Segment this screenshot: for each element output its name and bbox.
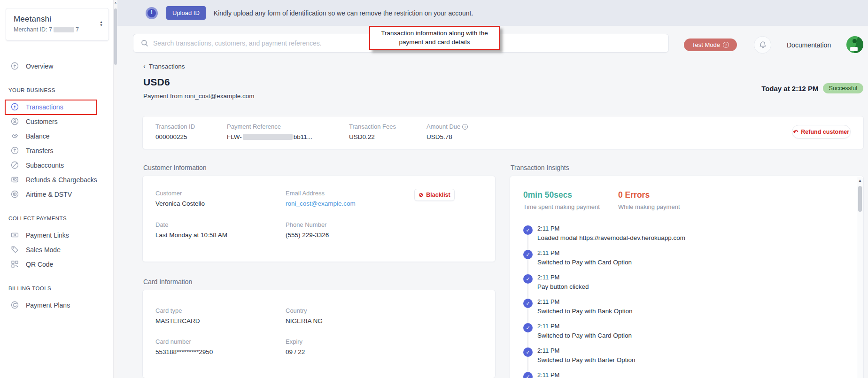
search-icon — [141, 39, 148, 47]
timeline-event: ✓ 2:11 PM Switched to Pay with Card Opti… — [523, 371, 685, 378]
timeline-event: ✓ 2:11 PM Switched to Pay with Barter Op… — [523, 347, 685, 371]
documentation-link[interactable]: Documentation — [787, 41, 831, 49]
upload-id-button[interactable]: Upload ID — [166, 6, 206, 20]
chevron-left-icon: ‹ — [143, 62, 146, 70]
sidebar-item-airtime-dstv[interactable]: Airtime & DSTV — [0, 187, 117, 201]
chevron-up-down-icon[interactable]: ▲▼ — [100, 21, 103, 27]
customer-information-heading: Customer Information — [143, 164, 207, 171]
customers-icon — [11, 117, 19, 125]
field-country: Country NIGERIA NG — [286, 307, 323, 324]
avatar[interactable] — [846, 36, 863, 53]
subaccounts-icon — [11, 161, 19, 169]
refund-arrow-icon: ↶ — [793, 128, 798, 135]
transfers-icon — [11, 147, 19, 154]
field-card-type: Card type MASTERCARD — [155, 307, 200, 324]
bell-icon — [759, 41, 767, 49]
transactions-icon — [11, 103, 19, 111]
sidebar-item-label: QR Code — [26, 261, 53, 268]
sidebar-item-label: Customers — [26, 118, 58, 125]
check-icon: ✓ — [523, 347, 533, 357]
timeline-event: ✓ 2:11 PM Switched to Pay with Card Opti… — [523, 323, 685, 347]
customer-information-card: Customer Veronica Costello Email Address… — [142, 176, 496, 262]
refund-customer-button[interactable]: ↶Refund customer — [792, 125, 851, 139]
sidebar-item-label: Subaccounts — [26, 162, 64, 169]
scroll-up-arrow-icon[interactable]: ▲ — [857, 178, 863, 183]
test-mode-badge[interactable]: Test Mode ? — [684, 39, 737, 51]
sidebar: Meetanshi Merchant ID: 7 7 ▲▼ Overview Y… — [0, 0, 117, 378]
sidebar-item-transfers[interactable]: Transfers — [0, 143, 117, 158]
customer-email-link[interactable]: roni_cost@example.com — [286, 200, 356, 207]
sidebar-item-payment-plans[interactable]: Payment Plans — [0, 298, 117, 312]
sidebar-item-refunds-chargebacks[interactable]: Refunds & Chargebacks — [0, 172, 117, 187]
check-icon: ✓ — [523, 250, 533, 259]
transaction-insights-heading: Transaction Insights — [511, 164, 569, 171]
sidebar-section-your-business: YOUR BUSINESS — [8, 87, 117, 93]
sidebar-section-billing-tools: BILLING TOOLS — [8, 285, 117, 291]
banner-message: Kindly upload any form of identification… — [214, 9, 473, 17]
check-icon: ✓ — [523, 225, 533, 235]
page-title: USD6 — [143, 77, 170, 88]
timeline-event: ✓ 2:11 PM Switched to Pay with Card Opti… — [523, 249, 685, 274]
blocked-icon: ⊘ — [418, 192, 423, 198]
insights-scrollbar[interactable]: ▲ — [857, 177, 863, 378]
sidebar-item-subaccounts[interactable]: Subaccounts — [0, 158, 117, 172]
summary-field-payment-reference: Payment Reference FLW-bb11... — [227, 123, 312, 140]
overview-icon — [11, 62, 19, 70]
sidebar-item-qr-code[interactable]: QR Code — [0, 257, 117, 271]
check-icon: ✓ — [523, 299, 533, 308]
sidebar-item-label: Transactions — [26, 103, 63, 111]
help-icon: ? — [723, 42, 729, 48]
page-subtitle: Payment from roni_cost@example.com — [143, 93, 255, 100]
sidebar-item-balance[interactable]: Balance — [0, 129, 117, 143]
sidebar-item-sales-mode[interactable]: Sales Mode — [0, 242, 117, 257]
field-phone-number: Phone Number (555) 229-3326 — [286, 221, 329, 239]
sidebar-item-overview[interactable]: Overview — [0, 59, 117, 73]
restriction-banner: ! Upload ID Kindly upload any form of id… — [117, 0, 868, 26]
blacklist-button[interactable]: ⊘Blacklist — [414, 189, 455, 201]
notifications-button[interactable] — [754, 36, 771, 54]
scrollbar-thumb[interactable] — [114, 8, 117, 65]
field-email-address: Email Address roni_cost@example.com — [286, 190, 356, 207]
merchant-id: Merchant ID: 7 7 — [14, 26, 102, 33]
sales-mode-icon — [11, 246, 19, 254]
sidebar-item-transactions[interactable]: Transactions — [0, 100, 117, 114]
qr-code-icon — [11, 260, 19, 268]
timeline-event: ✓ 2:11 PM Loaded modal https://ravemodal… — [523, 225, 685, 249]
info-icon[interactable]: i — [462, 124, 468, 130]
errors-stat: 0 Errors While making payment — [618, 190, 680, 210]
sidebar-item-customers[interactable]: Customers — [0, 114, 117, 129]
timeline-event: ✓ 2:11 PM Switched to Pay with Bank Opti… — [523, 298, 685, 323]
scrollbar-thumb[interactable] — [858, 186, 862, 212]
scroll-up-arrow-icon[interactable]: ∧ — [114, 1, 117, 5]
sidebar-item-payment-links[interactable]: Payment Links — [0, 228, 117, 242]
airtime-icon — [11, 190, 19, 198]
card-information-card: Card type MASTERCARD Country NIGERIA NG … — [142, 290, 496, 378]
timeline-event: ✓ 2:11 PM Pay button clicked — [523, 274, 685, 298]
status-row: Today at 2:12 PM Successful — [761, 83, 863, 93]
status-badge: Successful — [823, 83, 863, 93]
breadcrumb[interactable]: ‹Transactions — [143, 62, 185, 70]
check-icon: ✓ — [523, 274, 533, 284]
annotation-box: Transaction information along with the p… — [369, 26, 500, 50]
alert-icon: ! — [146, 7, 158, 19]
summary-field-amount-due: Amount Duei USD5.78 — [426, 123, 468, 140]
field-card-number: Card number 553188*********2950 — [155, 338, 213, 355]
transaction-insights-panel: 0min 50secs Time spent making payment 0 … — [510, 176, 864, 378]
transaction-timestamp: Today at 2:12 PM — [761, 85, 818, 93]
check-icon: ✓ — [523, 323, 533, 332]
sidebar-item-label: Overview — [26, 62, 53, 70]
field-customer: Customer Veronica Costello — [155, 190, 205, 207]
card-information-heading: Card Information — [143, 278, 192, 285]
sidebar-item-label: Payment Plans — [26, 301, 70, 309]
merchant-id-redaction — [54, 27, 74, 32]
summary-field-transaction-fees: Transaction Fees USD0.22 — [349, 123, 396, 140]
payment-timeline: ✓ 2:11 PM Loaded modal https://ravemodal… — [523, 225, 685, 378]
summary-field-transaction-id: Transaction ID 000000225 — [155, 123, 195, 140]
payment-reference-redaction — [243, 134, 293, 140]
sidebar-scrollbar[interactable]: ∧ — [113, 0, 117, 378]
field-expiry: Expiry 09 / 22 — [286, 338, 305, 355]
flutterwave-dashboard: Meetanshi Merchant ID: 7 7 ▲▼ Overview Y… — [0, 0, 868, 378]
refunds-icon — [11, 176, 19, 184]
merchant-switcher[interactable]: Meetanshi Merchant ID: 7 7 ▲▼ — [6, 8, 109, 41]
sidebar-item-label: Airtime & DSTV — [26, 191, 72, 198]
